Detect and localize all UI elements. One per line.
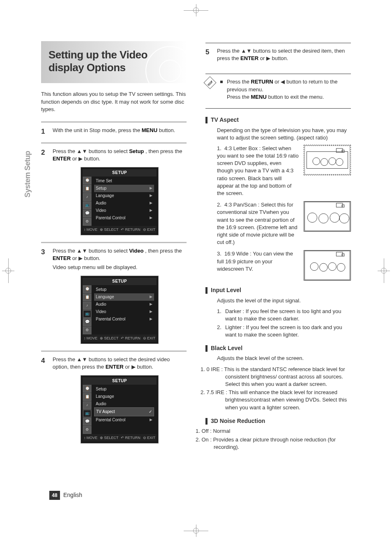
thumb-panscan xyxy=(304,201,351,232)
menu-screenshot-1: SETUP ⌚📋♪📺💬⚙ Time Set Setup▶ Language▶ A… xyxy=(81,167,159,236)
crop-mark-bottom xyxy=(184,525,208,537)
section-noise-reduction: 3D Noise Reduction xyxy=(205,417,351,425)
section-input-level: Input Level xyxy=(205,286,351,295)
svg-rect-10 xyxy=(342,205,344,207)
step-4: 4 Press the ▲▼ buttons to select the des… xyxy=(41,351,187,450)
svg-point-12 xyxy=(319,214,328,223)
svg-point-7 xyxy=(336,158,343,166)
step-2: 2 Press the ▲▼ buttons to select Setup ,… xyxy=(41,142,187,242)
svg-point-11 xyxy=(307,213,317,222)
crop-mark-left xyxy=(2,258,14,283)
aspect-letterbox: 1. 4:3 Letter Box : Select when you want… xyxy=(217,145,351,197)
aspect-wide: 3. 16:9 Wide : You can view the full 16:… xyxy=(217,250,351,281)
svg-point-19 xyxy=(320,263,327,271)
crop-mark-top xyxy=(184,4,208,16)
intro-text: This function allows you to setup the TV… xyxy=(41,91,187,113)
svg-point-14 xyxy=(339,214,349,223)
svg-point-5 xyxy=(321,158,328,166)
title-banner: Setting up the Video display Options xyxy=(41,41,187,83)
svg-rect-15 xyxy=(305,251,350,280)
side-tab: System Setup xyxy=(23,151,33,197)
crop-mark-right xyxy=(378,258,390,283)
svg-point-13 xyxy=(330,213,339,222)
svg-point-20 xyxy=(328,263,336,271)
svg-rect-3 xyxy=(342,150,344,153)
menu-screenshot-3: SETUP ⌚📋♪📺💬⚙ Setup Language Audio TV Asp… xyxy=(81,375,159,444)
note-icon xyxy=(203,77,216,89)
note-box: Press the RETURN or ◀ button to return t… xyxy=(205,74,351,109)
svg-rect-8 xyxy=(305,202,350,231)
step-5: 5 Press the ▲▼ buttons to select the des… xyxy=(205,47,351,70)
svg-point-6 xyxy=(329,158,336,165)
svg-point-18 xyxy=(310,263,318,271)
svg-rect-17 xyxy=(342,254,344,256)
svg-point-21 xyxy=(337,263,345,271)
page-footer: 48 English xyxy=(49,491,82,500)
step-3: 3 Press the ▲▼ buttons to select Video ,… xyxy=(41,242,187,351)
step-1: 1 With the unit in Stop mode, press the … xyxy=(41,121,187,142)
thumb-letterbox xyxy=(304,145,351,175)
menu-screenshot-2: SETUP ⌚📋♪📺💬⚙ Setup Language▶ Audio▶ Vide… xyxy=(81,276,159,344)
section-black-level: Black Level xyxy=(205,344,351,353)
svg-point-4 xyxy=(313,158,320,165)
section-tv-aspect: TV Aspect xyxy=(205,116,351,124)
aspect-panscan: 2. 4:3 Pan/Scan : Select this for conven… xyxy=(217,201,351,246)
thumb-wide xyxy=(304,250,351,281)
